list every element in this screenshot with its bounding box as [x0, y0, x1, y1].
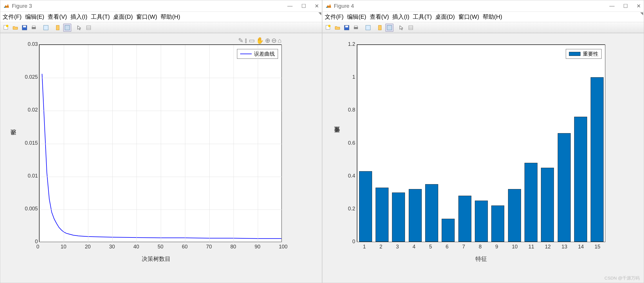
x-tick: 8	[479, 244, 482, 250]
x-tick: 60	[182, 244, 188, 250]
data-cursor-icon[interactable]	[63, 24, 71, 32]
pointer-icon[interactable]	[75, 24, 83, 32]
menu-window[interactable]: 窗口(W)	[136, 13, 157, 21]
x-tick: 70	[206, 244, 212, 250]
menubar: 文件(F) 编辑(E) 查看(V) 插入(I) 工具(T) 桌面(D) 窗口(W…	[0, 12, 322, 22]
rotate-icon[interactable]	[54, 24, 62, 32]
open-icon[interactable]	[11, 24, 19, 32]
plot-area: 重要性 特征 重要性 12345678910111213141500.20.40…	[322, 33, 644, 283]
bar[interactable]	[458, 196, 471, 242]
close-button[interactable]: ✕	[636, 3, 641, 9]
bar[interactable]	[475, 201, 488, 242]
axes[interactable]: ✎ ⫿ ▭ ✋ ⊕ ⊖ ⌂ 误差曲线	[39, 45, 282, 242]
bar[interactable]	[558, 133, 571, 242]
menu-view[interactable]: 查看(V)	[48, 13, 67, 21]
save-icon[interactable]	[343, 24, 351, 32]
menu-help[interactable]: 帮助(H)	[483, 13, 502, 21]
save-icon[interactable]	[20, 24, 29, 32]
line-plot	[40, 45, 281, 242]
new-figure-icon[interactable]	[324, 24, 332, 32]
box-icon[interactable]: ▭	[249, 37, 255, 44]
svg-rect-3	[23, 26, 26, 27]
bar[interactable]	[442, 219, 455, 242]
x-tick: 14	[578, 244, 584, 250]
dock-corner-icon[interactable]	[318, 12, 321, 15]
bar[interactable]	[574, 117, 587, 242]
bar[interactable]	[524, 163, 537, 242]
svg-rect-17	[354, 26, 357, 27]
home-icon[interactable]: ⌂	[278, 37, 281, 44]
maximize-button[interactable]: ☐	[301, 3, 306, 9]
x-tick: 20	[85, 244, 91, 250]
minimize-button[interactable]: —	[609, 3, 615, 9]
minimize-button[interactable]: —	[288, 3, 293, 9]
legend[interactable]: 误差曲线	[237, 49, 278, 59]
y-tick: 0.8	[343, 107, 355, 113]
menu-tools[interactable]: 工具(T)	[91, 13, 110, 21]
legend[interactable]: 重要性	[566, 49, 602, 59]
y-tick: 0.02	[18, 107, 38, 113]
rotate-icon[interactable]	[376, 24, 384, 32]
x-axis-label: 决策树数目	[142, 255, 171, 263]
x-tick: 0	[36, 244, 39, 250]
x-tick: 7	[462, 244, 465, 250]
menu-file[interactable]: 文件(F)	[325, 13, 344, 21]
data-cursor-icon[interactable]	[385, 24, 393, 32]
svg-rect-20	[387, 25, 392, 30]
maximize-button[interactable]: ☐	[623, 3, 628, 9]
titlebar[interactable]: Figure 4 — ☐ ✕	[322, 0, 644, 12]
watermark: CSDN @千源万码	[604, 276, 640, 281]
titlebar[interactable]: Figure 3 — ☐ ✕	[0, 0, 322, 12]
menu-insert[interactable]: 插入(I)	[392, 13, 409, 21]
bar[interactable]	[376, 188, 389, 242]
figure-window-4: Figure 4 — ☐ ✕ 文件(F) 编辑(E) 查看(V) 插入(I) 工…	[322, 0, 644, 283]
close-button[interactable]: ✕	[315, 3, 319, 9]
axes[interactable]: 重要性	[357, 45, 605, 242]
datacursor-icon[interactable]: ⫿	[244, 37, 248, 44]
x-tick: 90	[255, 244, 260, 250]
menu-file[interactable]: 文件(F)	[3, 13, 22, 21]
bar[interactable]	[541, 168, 554, 242]
menu-view[interactable]: 查看(V)	[370, 13, 389, 21]
bar[interactable]	[591, 77, 604, 242]
menu-desktop[interactable]: 桌面(D)	[435, 13, 455, 21]
new-figure-icon[interactable]	[2, 24, 10, 32]
menu-edit[interactable]: 编辑(E)	[25, 13, 44, 21]
x-tick: 1	[363, 244, 366, 250]
bar[interactable]	[359, 171, 372, 242]
bar[interactable]	[508, 189, 521, 242]
bar[interactable]	[491, 205, 504, 242]
pointer-icon[interactable]	[397, 24, 406, 32]
x-tick: 15	[595, 244, 600, 250]
bar[interactable]	[409, 189, 422, 242]
dock-corner-icon[interactable]	[640, 12, 643, 15]
pan-icon[interactable]: ✋	[256, 37, 264, 44]
menu-edit[interactable]: 编辑(E)	[347, 13, 366, 21]
print-icon[interactable]	[30, 24, 38, 32]
legend-swatch-icon	[569, 52, 580, 56]
menu-insert[interactable]: 插入(I)	[70, 13, 87, 21]
zoom-in-icon[interactable]: ⊕	[265, 37, 270, 44]
y-tick: 0.2	[343, 206, 355, 212]
open-icon[interactable]	[333, 24, 341, 32]
bar[interactable]	[425, 184, 438, 242]
insert-colorbar-icon[interactable]	[407, 24, 415, 32]
menu-tools[interactable]: 工具(T)	[413, 13, 432, 21]
zoom-out-icon[interactable]: ⊖	[271, 37, 277, 44]
y-tick: 1	[343, 74, 355, 80]
window-title: Figure 3	[12, 3, 288, 9]
print-icon[interactable]	[352, 24, 360, 32]
link-icon[interactable]	[42, 24, 50, 32]
brush-icon[interactable]: ✎	[238, 37, 243, 44]
bar[interactable]	[392, 193, 405, 242]
svg-rect-18	[366, 25, 370, 30]
insert-colorbar-icon[interactable]	[85, 24, 93, 32]
menu-desktop[interactable]: 桌面(D)	[113, 13, 133, 21]
svg-rect-7	[56, 25, 59, 30]
y-tick: 0	[18, 239, 38, 245]
link-icon[interactable]	[364, 24, 372, 32]
svg-point-1	[6, 25, 8, 27]
menu-window[interactable]: 窗口(W)	[458, 13, 479, 21]
x-tick: 12	[545, 244, 551, 250]
menu-help[interactable]: 帮助(H)	[160, 13, 180, 21]
